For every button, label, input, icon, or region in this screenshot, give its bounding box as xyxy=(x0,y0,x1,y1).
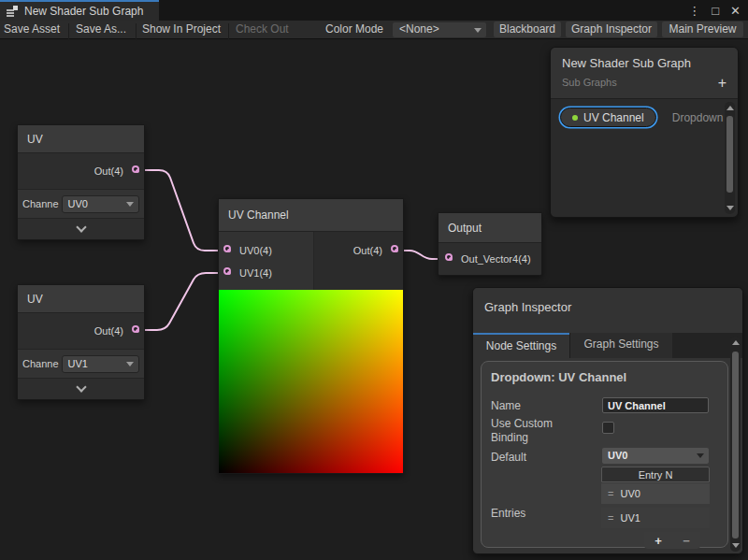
shader-graph-window: New Shader Sub Graph ⋮ □ ✕ Save Asset Sa… xyxy=(0,0,748,560)
input-port[interactable] xyxy=(223,267,231,275)
output-port[interactable] xyxy=(132,165,139,173)
port-label: UV0(4) xyxy=(239,245,272,256)
property-name: UV Channel xyxy=(583,111,644,124)
toolbar-separator xyxy=(228,23,229,41)
node-title[interactable]: UV Channel xyxy=(219,199,403,232)
toolbar-separator xyxy=(68,23,69,41)
save-asset-button[interactable]: Save Asset xyxy=(4,21,60,38)
entries-footer: + − xyxy=(644,532,700,549)
collapse-button[interactable] xyxy=(18,218,144,239)
output-port[interactable] xyxy=(391,245,398,252)
settings-section-title: Dropdown: UV Channel xyxy=(482,362,727,384)
dropdown-settings-box: Dropdown: UV Channel Name Use Custom Bin… xyxy=(481,361,728,548)
node-title[interactable]: UV xyxy=(18,285,144,313)
blackboard-subtitle: Sub Graphs xyxy=(562,77,726,88)
default-dropdown[interactable]: UV0 xyxy=(602,448,709,464)
port-label: Out(4) xyxy=(94,165,123,177)
add-property-button[interactable]: + xyxy=(718,76,726,91)
node-uv-1[interactable]: UV Out(4) Channe UV0 xyxy=(17,124,145,240)
add-entry-button[interactable]: + xyxy=(654,534,662,548)
toolbar: Save Asset Save As... Show In Project Ch… xyxy=(0,21,748,39)
entry-row[interactable]: = UV0 xyxy=(601,483,710,504)
check-out-button: Check Out xyxy=(236,21,289,38)
input-port[interactable] xyxy=(445,253,453,261)
port-label: Out(4) xyxy=(94,325,123,337)
channel-dropdown[interactable]: UV1 xyxy=(62,355,139,373)
channel-value: UV0 xyxy=(68,198,88,209)
window-menu-icon[interactable]: ⋮ xyxy=(688,4,700,18)
graph-inspector-panel: Graph Inspector Node Settings Graph Sett… xyxy=(472,287,743,554)
node-uv-2[interactable]: UV Out(4) Channe UV1 xyxy=(17,284,145,400)
drag-handle-icon[interactable]: = xyxy=(608,512,613,524)
inspector-scrollbar[interactable] xyxy=(730,337,741,552)
toolbar-separator xyxy=(136,23,137,41)
port-label: Out_Vector4(4) xyxy=(461,253,531,265)
property-pill-uv-channel[interactable]: UV Channel xyxy=(560,108,656,127)
name-label: Name xyxy=(491,399,521,412)
collapse-button[interactable] xyxy=(18,378,144,399)
tab-title: New Shader Sub Graph xyxy=(24,5,143,18)
scrollbar-thumb[interactable] xyxy=(726,116,733,193)
default-label: Default xyxy=(491,451,526,464)
port-label: Out(4) xyxy=(353,245,382,256)
entry-name-header: Entry N xyxy=(601,467,710,482)
color-mode-value: <None> xyxy=(399,22,439,36)
entries-label: Entries xyxy=(491,507,525,520)
output-port[interactable] xyxy=(132,325,139,333)
dropdown-arrow-icon xyxy=(126,202,134,207)
channel-label: Channe xyxy=(22,198,59,209)
property-type: Dropdown xyxy=(672,111,724,124)
name-input[interactable] xyxy=(602,397,709,413)
scroll-down-icon[interactable] xyxy=(726,206,734,210)
drag-handle-icon[interactable]: = xyxy=(608,488,613,499)
dropdown-arrow-icon xyxy=(126,362,134,366)
chevron-down-icon xyxy=(76,222,86,232)
chevron-down-icon xyxy=(76,381,86,392)
title-bar: New Shader Sub Graph ⋮ □ ✕ xyxy=(0,0,748,21)
node-title[interactable]: UV xyxy=(18,125,144,153)
dropdown-arrow-icon xyxy=(474,28,482,33)
blackboard-scrollbar[interactable] xyxy=(725,102,735,214)
blackboard-title: New Shader Sub Graph xyxy=(562,56,726,70)
scrollbar-thumb[interactable] xyxy=(732,352,739,538)
tab-node-settings[interactable]: Node Settings xyxy=(473,333,569,358)
uv-gradient-preview xyxy=(219,290,403,473)
use-custom-binding-checkbox[interactable] xyxy=(602,422,614,434)
channel-label: Channe xyxy=(22,358,59,369)
blackboard-header[interactable]: New Shader Sub Graph Sub Graphs + xyxy=(551,48,738,99)
save-as-button[interactable]: Save As... xyxy=(76,21,126,38)
scroll-up-icon[interactable] xyxy=(732,340,740,345)
edge-uv1-to-uvchannel[interactable] xyxy=(136,170,223,251)
default-value: UV0 xyxy=(608,450,627,461)
entries-list: Entry N = UV0 = UV1 xyxy=(601,467,710,528)
color-mode-label: Color Mode xyxy=(325,21,383,38)
main-preview-toggle-button[interactable]: Main Preview xyxy=(662,22,743,37)
inspector-title[interactable]: Graph Inspector xyxy=(473,288,742,333)
close-icon[interactable]: ✕ xyxy=(730,4,741,18)
show-in-project-button[interactable]: Show In Project xyxy=(142,21,221,38)
maximize-icon[interactable]: □ xyxy=(712,4,719,18)
dropdown-arrow-icon xyxy=(697,453,704,458)
remove-entry-button[interactable]: − xyxy=(683,534,690,548)
graph-inspector-toggle-button[interactable]: Graph Inspector xyxy=(566,22,657,37)
input-port[interactable] xyxy=(223,245,231,252)
node-uv-channel[interactable]: UV Channel UV0(4) UV1(4) Out(4) xyxy=(218,198,404,474)
tab-graph-settings[interactable]: Graph Settings xyxy=(569,333,672,358)
port-label: UV1(4) xyxy=(239,267,272,279)
edge-uv2-to-uvchannel[interactable] xyxy=(136,273,223,330)
sub-graph-asset-icon xyxy=(7,6,19,17)
use-custom-binding-label: Use Custom Binding xyxy=(491,417,571,445)
tab-new-shader-sub-graph[interactable]: New Shader Sub Graph xyxy=(0,0,159,21)
scroll-down-icon[interactable] xyxy=(732,543,740,548)
blackboard-panel: New Shader Sub Graph Sub Graphs + UV Cha… xyxy=(550,47,739,218)
color-mode-dropdown[interactable]: <None> xyxy=(393,22,486,37)
node-output[interactable]: Output Out_Vector4(4) xyxy=(438,212,542,276)
node-title[interactable]: Output xyxy=(439,213,541,243)
blackboard-item-row: UV Channel Dropdown xyxy=(560,108,723,127)
channel-dropdown[interactable]: UV0 xyxy=(62,195,139,213)
scroll-up-icon[interactable] xyxy=(726,106,734,110)
blackboard-toggle-button[interactable]: Blackboard xyxy=(494,22,561,37)
exposed-dot-icon xyxy=(572,115,578,121)
entry-value: UV0 xyxy=(620,488,640,499)
entry-row[interactable]: = UV1 xyxy=(601,508,710,528)
